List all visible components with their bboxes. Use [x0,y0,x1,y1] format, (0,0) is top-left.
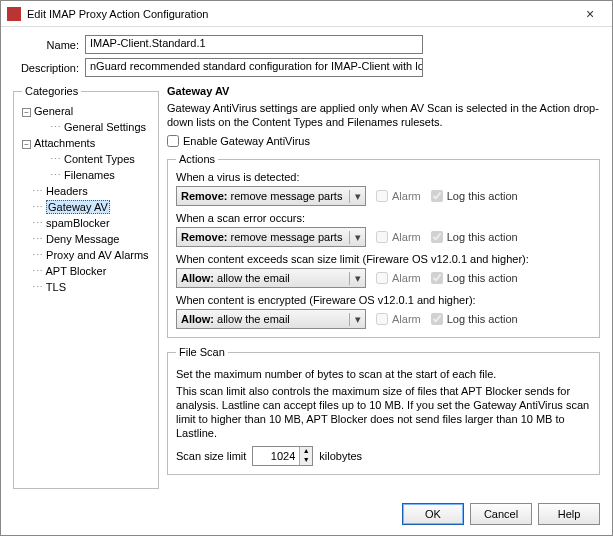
actions-legend: Actions [176,153,218,165]
action-error-log-checkbox[interactable]: Log this action [431,231,518,243]
tree-item-filenames[interactable]: Filenames [64,169,115,181]
tree-item-apt-blocker[interactable]: APT Blocker [45,265,106,277]
tree-item-general-settings[interactable]: General Settings [64,121,146,133]
description-label: Description: [13,62,79,74]
filescan-line2: This scan limit also controls the maximu… [176,384,591,440]
action-size-dropdown[interactable]: Allow: allow the email ▾ [176,268,366,288]
app-icon [7,7,21,21]
name-label: Name: [13,39,79,51]
tree-toggle-icon[interactable]: − [22,108,31,117]
tree-item-deny-message[interactable]: Deny Message [46,233,119,245]
cancel-button[interactable]: Cancel [470,503,532,525]
action-size-log-checkbox[interactable]: Log this action [431,272,518,284]
spinner-up-icon[interactable]: ▲ [300,447,312,456]
action-encrypt-alarm-checkbox[interactable]: Alarm [376,313,421,325]
action-virus-alarm-checkbox[interactable]: Alarm [376,190,421,202]
chevron-down-icon: ▾ [349,313,365,326]
categories-legend: Categories [22,85,81,97]
tree-item-spamblocker[interactable]: spamBlocker [46,217,110,229]
tree-item-gateway-av[interactable]: Gateway AV [46,200,110,214]
ok-button[interactable]: OK [402,503,464,525]
tree-item-proxy-av-alarms[interactable]: Proxy and AV Alarms [46,249,149,261]
enable-gateway-av-label: Enable Gateway AntiVirus [183,135,310,147]
close-icon[interactable]: × [574,6,606,22]
tree-item-attachments[interactable]: Attachments [34,137,95,149]
tree-item-tls[interactable]: TLS [46,281,66,293]
tree-item-content-types[interactable]: Content Types [64,153,135,165]
action-error-dropdown[interactable]: Remove: remove message parts ▾ [176,227,366,247]
tree-item-general[interactable]: General [34,105,73,117]
tree-toggle-icon[interactable]: − [22,140,31,149]
spinner-down-icon[interactable]: ▼ [300,456,312,465]
scan-size-unit: kilobytes [319,450,362,462]
action-virus-label: When a virus is detected: [176,171,591,183]
action-encrypt-label: When content is encrypted (Fireware OS v… [176,294,591,306]
name-input[interactable]: IMAP-Client.Standard.1 [85,35,423,54]
dialog-buttons: OK Cancel Help [1,495,612,535]
main-panel: Gateway AV Gateway AntiVirus settings ar… [167,85,600,489]
panel-intro: Gateway AntiVirus settings are applied o… [167,101,600,129]
action-encrypt-dropdown[interactable]: Allow: allow the email ▾ [176,309,366,329]
categories-tree[interactable]: −General ⋯ General Settings −Attachments… [22,103,150,480]
window-title: Edit IMAP Proxy Action Configuration [27,8,574,20]
help-button[interactable]: Help [538,503,600,525]
enable-gateway-av-checkbox[interactable]: Enable Gateway AntiVirus [167,135,600,147]
action-virus-dropdown[interactable]: Remove: remove message parts ▾ [176,186,366,206]
enable-gateway-av-input[interactable] [167,135,179,147]
scan-size-spinner[interactable]: ▲ ▼ [252,446,313,466]
panel-heading: Gateway AV [167,85,600,97]
filescan-legend: File Scan [176,346,228,358]
action-size-label: When content exceeds scan size limit (Fi… [176,253,591,265]
scan-size-label: Scan size limit [176,450,246,462]
chevron-down-icon: ▾ [349,190,365,203]
chevron-down-icon: ▾ [349,231,365,244]
action-virus-log-checkbox[interactable]: Log this action [431,190,518,202]
description-input[interactable]: nGuard recommended standard configuratio… [85,58,423,77]
action-size-alarm-checkbox[interactable]: Alarm [376,272,421,284]
categories-fieldset: Categories −General ⋯ General Settings −… [13,85,159,489]
title-bar: Edit IMAP Proxy Action Configuration × [1,1,612,27]
filescan-line1: Set the maximum number of bytes to scan … [176,367,591,381]
actions-fieldset: Actions When a virus is detected: Remove… [167,153,600,338]
action-encrypt-log-checkbox[interactable]: Log this action [431,313,518,325]
filescan-fieldset: File Scan Set the maximum number of byte… [167,346,600,475]
action-error-alarm-checkbox[interactable]: Alarm [376,231,421,243]
tree-item-headers[interactable]: Headers [46,185,88,197]
dialog-window: Edit IMAP Proxy Action Configuration × N… [0,0,613,536]
content-area: Name: IMAP-Client.Standard.1 Description… [1,27,612,495]
chevron-down-icon: ▾ [349,272,365,285]
scan-size-input[interactable] [253,447,299,465]
action-error-label: When a scan error occurs: [176,212,591,224]
